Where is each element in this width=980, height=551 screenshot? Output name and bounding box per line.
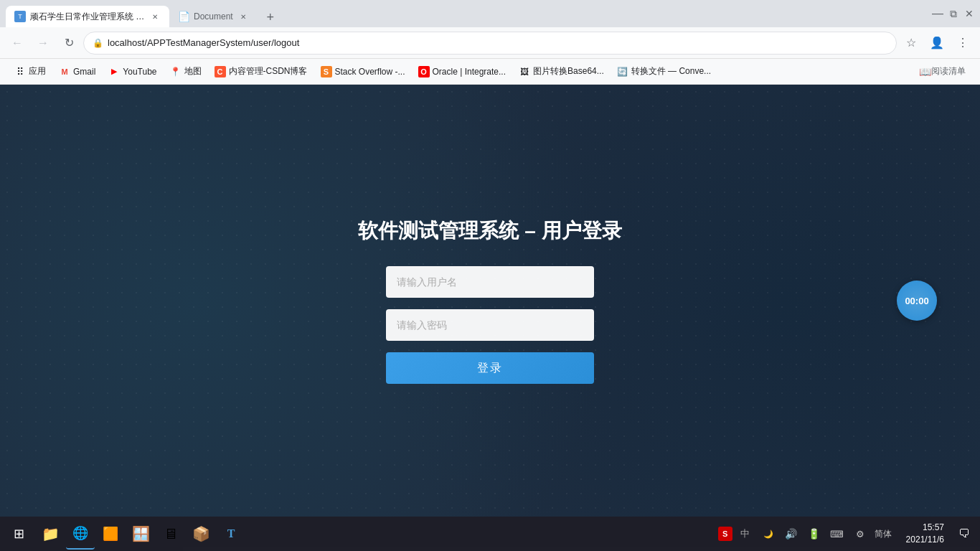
bookmark-csdn-label: 内容管理-CSDN博客	[229, 65, 308, 77]
maps-icon: 📍	[170, 66, 182, 77]
title-bar: T 顽石学生日常作业管理系统 -- 至... ✕ 📄 Document ✕ + …	[0, 0, 980, 27]
explorer-icon: 📁	[42, 525, 60, 542]
forward-button[interactable]: →	[32, 32, 55, 55]
lock-icon: 🔒	[93, 38, 103, 48]
taskbar-cmd[interactable]: 🖥	[156, 518, 185, 550]
apps-icon: ⠿	[14, 66, 26, 77]
language-icon[interactable]: 简体	[873, 524, 893, 544]
csdn-icon: C	[215, 66, 226, 77]
bookmark-youtube[interactable]: ▶ YouTube	[103, 63, 162, 80]
tab-title-1: 顽石学生日常作业管理系统 -- 至...	[30, 11, 145, 23]
bookmark-apps[interactable]: ⠿ 应用	[9, 62, 52, 80]
reading-list[interactable]: 📖 阅读清单	[913, 62, 971, 80]
ime-chinese-icon[interactable]: 中	[735, 524, 755, 544]
username-input[interactable]	[386, 266, 594, 298]
login-title: 软件测试管理系统 – 用户登录	[358, 217, 621, 245]
bookmark-apps-label: 应用	[29, 65, 46, 77]
profile-button[interactable]: 👤	[925, 32, 948, 55]
volume-icon[interactable]: 🔊	[781, 524, 801, 544]
typora-icon: T	[227, 527, 235, 540]
browser-frame: T 顽石学生日常作业管理系统 -- 至... ✕ 📄 Document ✕ + …	[0, 0, 980, 551]
taskbar-explorer[interactable]: 📁	[36, 518, 65, 550]
bookmark-oracle-label: Oracle | Integrate...	[433, 67, 507, 77]
settings-icon[interactable]: ⚙	[850, 524, 870, 544]
bookmarks-bar: ⠿ 应用 M Gmail ▶ YouTube 📍 地图 C 内容管理-CSDN博…	[0, 59, 980, 85]
login-form: 登录	[386, 266, 594, 384]
bookmark-csdn[interactable]: C 内容管理-CSDN博客	[209, 62, 314, 80]
reload-button[interactable]: ↻	[57, 32, 80, 55]
window-controls: — ⧉ ✕	[927, 9, 974, 19]
img64-icon: 🖼	[519, 66, 530, 77]
taskbar-typora[interactable]: T	[217, 518, 245, 550]
bookmark-gmail[interactable]: M Gmail	[53, 63, 101, 80]
password-input[interactable]	[386, 309, 594, 341]
login-button[interactable]: 登录	[386, 352, 594, 384]
menu-button[interactable]: ⋮	[951, 32, 974, 55]
youtube-icon: ▶	[108, 66, 120, 77]
reading-list-label: 阅读清单	[931, 65, 966, 77]
maximize-button[interactable]: ⧉	[948, 9, 958, 19]
app5-icon: 📦	[192, 525, 210, 542]
tab-close-1[interactable]: ✕	[149, 11, 161, 22]
address-bar[interactable]: 🔒	[83, 32, 897, 55]
tab-strip: T 顽石学生日常作业管理系统 -- 至... ✕ 📄 Document ✕ +	[6, 0, 927, 27]
keyboard-icon[interactable]: ⌨	[827, 524, 847, 544]
notification-button[interactable]: 🗨	[951, 518, 977, 550]
notification-icon: 🗨	[958, 527, 970, 540]
nav-extras: ☆ 👤 ⋮	[900, 32, 974, 55]
bookmark-gmail-label: Gmail	[73, 67, 95, 77]
system-tray: S 中 🌙 🔊 🔋 ⌨ ⚙ 简体	[712, 524, 899, 544]
timer-display: 00:00	[905, 296, 928, 306]
sougou-icon[interactable]: S	[718, 527, 732, 541]
windows-logo-icon: ⊞	[14, 526, 24, 542]
back-button[interactable]: ←	[6, 32, 29, 55]
new-tab-button[interactable]: +	[260, 7, 281, 27]
tab-title-2: Document	[194, 11, 233, 22]
clock-time: 15:57	[923, 522, 944, 534]
chrome-icon: 🌐	[72, 525, 88, 541]
gmail-icon: M	[59, 66, 70, 77]
oracle-icon: O	[418, 66, 430, 77]
taskbar-windows[interactable]: 🪟	[126, 518, 155, 550]
bookmark-img64-label: 图片转换Base64...	[533, 65, 604, 77]
pinyin-icon[interactable]: 🌙	[758, 524, 778, 544]
bookmark-convert-label: 转换文件 — Conve...	[631, 65, 711, 77]
bookmark-maps-label: 地图	[184, 65, 202, 77]
clock-date: 2021/11/6	[906, 534, 944, 546]
tab-favicon-2: 📄	[178, 11, 189, 22]
tab-active[interactable]: T 顽石学生日常作业管理系统 -- 至... ✕	[6, 6, 169, 27]
cmd-icon: 🖥	[164, 526, 178, 542]
stackoverflow-icon: S	[321, 66, 332, 77]
bookmark-oracle[interactable]: O Oracle | Integrate...	[413, 63, 512, 80]
idea-icon: 🟧	[103, 526, 118, 542]
timer-widget[interactable]: 00:00	[897, 281, 937, 321]
bookmark-star-button[interactable]: ☆	[900, 32, 923, 55]
tab-close-2[interactable]: ✕	[237, 11, 249, 22]
bookmark-convert[interactable]: 🔄 转换文件 — Conve...	[611, 62, 717, 80]
bookmark-stackoverflow[interactable]: S Stack Overflow -...	[315, 63, 411, 80]
minimize-button[interactable]: —	[933, 9, 943, 19]
bookmark-youtube-label: YouTube	[123, 67, 156, 77]
tab-inactive[interactable]: 📄 Document ✕	[169, 6, 258, 27]
start-button[interactable]: ⊞	[3, 518, 34, 550]
taskbar: ⊞ 📁 🌐 🟧 🪟 🖥 📦 T S 中 🌙 �	[0, 517, 980, 551]
login-container: 软件测试管理系统 – 用户登录 登录	[358, 217, 621, 384]
taskbar-app5[interactable]: 📦	[187, 518, 215, 550]
windows-media-icon: 🪟	[132, 525, 150, 542]
bookmark-img64[interactable]: 🖼 图片转换Base64...	[513, 62, 610, 80]
taskbar-idea[interactable]: 🟧	[96, 518, 125, 550]
nav-bar: ← → ↻ 🔒 ☆ 👤 ⋮	[0, 27, 980, 59]
convert-icon: 🔄	[617, 66, 628, 77]
bookmark-maps[interactable]: 📍 地图	[164, 62, 207, 80]
address-input[interactable]	[108, 37, 887, 48]
taskbar-clock[interactable]: 15:57 2021/11/6	[900, 522, 950, 546]
page-content: 软件测试管理系统 – 用户登录 登录 00:00	[0, 85, 980, 517]
battery-icon[interactable]: 🔋	[804, 524, 824, 544]
bookmark-stackoverflow-label: Stack Overflow -...	[335, 67, 405, 77]
taskbar-chrome[interactable]: 🌐	[66, 518, 95, 550]
close-button[interactable]: ✕	[964, 9, 974, 19]
tab-favicon-1: T	[14, 11, 26, 22]
